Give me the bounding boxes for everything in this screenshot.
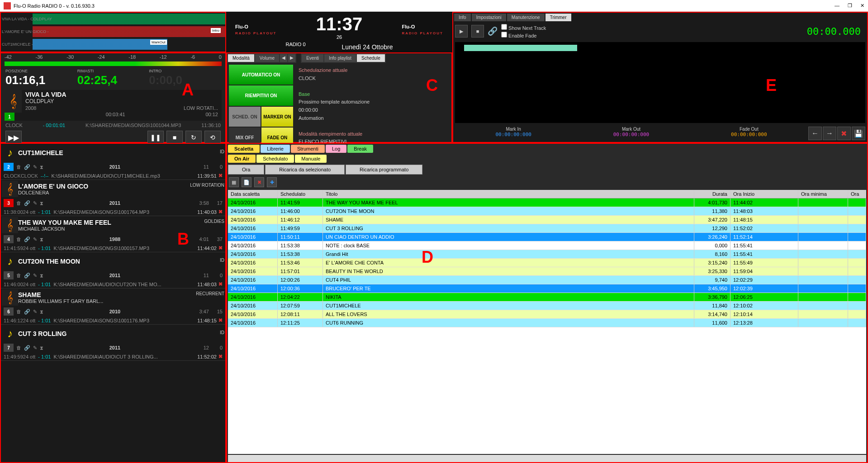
trimmer-stop-button[interactable]: ■ (471, 25, 484, 38)
hourglass-icon[interactable]: ⧗ (40, 164, 43, 170)
queue-item[interactable]: 𝄞 LOW ROTATIONL'AMORE E' UN GIOCODOLCENE… (1, 180, 225, 216)
edit-icon[interactable]: ✎ (33, 236, 37, 242)
tool-add-icon[interactable]: ✚ (267, 177, 277, 187)
remove-icon[interactable]: ✖ (218, 245, 223, 251)
queue-item[interactable]: ♪ IDCUT 3 ROLLING 7 🗑🔗✎⧗ 2011120 11:49:5… (1, 325, 225, 361)
edit-icon[interactable]: ✎ (33, 345, 37, 351)
tab-schedule[interactable]: Schedule (357, 54, 385, 62)
play-button[interactable]: ▶▶ (5, 131, 22, 144)
remove-icon[interactable]: ✖ (218, 281, 223, 287)
tool-delete-icon[interactable]: ✖ (254, 177, 264, 187)
queue-item[interactable]: 𝄞 GOLDIESTHE WAY YOU MAKE ME FEELMICHAEL… (1, 216, 225, 252)
tab-manutenzione[interactable]: Manutenzione (507, 14, 545, 21)
loop-button[interactable]: ⟲ (204, 131, 221, 144)
link-icon[interactable]: 🔗 (488, 26, 498, 36)
delete-icon[interactable]: 🗑 (16, 164, 21, 170)
table-row[interactable]: 24/10/201611:53:46E' L'AMORE CHE CONTA3:… (228, 259, 866, 267)
tool-icon-2[interactable]: 📄 (242, 177, 251, 187)
remove-icon[interactable]: ✖ (218, 354, 223, 359)
delete-icon[interactable]: 🗑 (16, 200, 21, 206)
trimmer-play-button[interactable]: ▶ (455, 25, 468, 38)
maximize-button[interactable]: ❐ (848, 3, 852, 9)
delete-icon[interactable]: 🗑 (16, 309, 21, 315)
horizontal-scrollbar[interactable] (228, 455, 866, 462)
riempitivi-button[interactable]: RIEMPITIVI ON (229, 85, 293, 105)
tab-volume[interactable]: Volume (255, 54, 279, 62)
show-next-checkbox[interactable]: Show Next Track (501, 24, 546, 31)
sched-button[interactable]: SCHED. ON (229, 107, 261, 127)
table-row[interactable]: 24/10/201612:00:36BRUCERO' PER TE3:45,95… (228, 284, 866, 293)
remove-icon[interactable]: ✖ (218, 317, 223, 323)
save-mark-button[interactable]: 💾 (852, 127, 865, 140)
link-icon[interactable]: 🔗 (24, 345, 30, 351)
link-icon[interactable]: 🔗 (24, 309, 30, 315)
action-button[interactable]: Ora (228, 165, 264, 175)
table-row[interactable]: 24/10/201611:57:01BEAUTY IN THE WORLD3:2… (228, 267, 866, 276)
action-button[interactable]: Ricarica programmato (346, 165, 422, 175)
queue-item[interactable]: 𝄞 RECURRENTSHAMEROBBIE WILLIAMS FT GARY … (1, 288, 225, 325)
tab-modalita[interactable]: Modalità (228, 54, 254, 62)
link-icon[interactable]: 🔗 (24, 236, 30, 242)
hourglass-icon[interactable]: ⧗ (40, 273, 43, 279)
table-row[interactable]: 24/10/201611:50:11UN CIAO DENTRO UN ADDI… (228, 233, 866, 241)
delete-icon[interactable]: 🗑 (16, 345, 21, 351)
edit-icon[interactable]: ✎ (33, 164, 37, 170)
tab-scaletta[interactable]: Scaletta (228, 145, 260, 153)
trimmer-waveform[interactable] (455, 42, 865, 123)
enable-fade-checkbox[interactable]: Enable Fade (501, 32, 546, 38)
edit-icon[interactable]: ✎ (33, 200, 37, 206)
hourglass-icon[interactable]: ⧗ (40, 309, 43, 315)
hourglass-icon[interactable]: ⧗ (40, 236, 43, 242)
subtab-schedulato[interactable]: Schedulato (256, 155, 294, 163)
pause-button[interactable]: ❚❚ (147, 131, 164, 144)
table-row[interactable]: 24/10/201612:11:25CUT6 RUNNING11,60012:1… (228, 319, 866, 327)
tab-prev[interactable]: ◀ (280, 54, 287, 62)
table-row[interactable]: 24/10/201612:07:59CUT1MICHELE11,84012:10… (228, 302, 866, 310)
table-row[interactable]: 24/10/201611:46:12SHAME3:47,22011:48:15 (228, 216, 866, 224)
prev-mark-button[interactable]: ← (808, 127, 822, 140)
delete-icon[interactable]: 🗑 (16, 273, 21, 279)
hourglass-icon[interactable]: ⧗ (40, 200, 43, 206)
remove-icon[interactable]: ✖ (218, 209, 223, 215)
table-row[interactable]: 24/10/201612:08:11ALL THE LOVERS3:14,740… (228, 310, 866, 319)
subtab-on-air[interactable]: On Air (228, 155, 256, 163)
delete-icon[interactable]: 🗑 (16, 236, 21, 242)
tab-eventi[interactable]: Eventi (302, 54, 323, 62)
tab-librerie[interactable]: Librerie (261, 145, 290, 153)
hourglass-icon[interactable]: ⧗ (40, 345, 43, 351)
next-mark-button[interactable]: → (823, 127, 836, 140)
remove-icon[interactable]: ✖ (218, 173, 223, 179)
close-button[interactable]: ✕ (860, 3, 864, 9)
minimize-button[interactable]: — (835, 3, 840, 9)
table-row[interactable]: 24/10/201611:46:00CUT2ON THE MOON11,3801… (228, 207, 866, 216)
reload-button[interactable]: ↻ (185, 131, 202, 144)
delete-mark-button[interactable]: ✖ (837, 127, 851, 140)
edit-icon[interactable]: ✎ (33, 309, 37, 315)
table-row[interactable]: 24/10/201611:53:38Grandi Hit8,16011:55:4… (228, 250, 866, 259)
link-icon[interactable]: 🔗 (24, 200, 30, 206)
tab-strumenti[interactable]: Strumenti (291, 145, 325, 153)
tab-log[interactable]: Log (326, 145, 346, 153)
marker-button[interactable]: MARKER ON (261, 107, 293, 127)
tab-break[interactable]: Break (347, 145, 373, 153)
queue-item[interactable]: ♪ IDCUT2ON THE MOON 5 🗑🔗✎⧗ 2011110 11:46… (1, 252, 225, 288)
action-button[interactable]: Ricarica da selezionato (265, 165, 345, 175)
tab-infoplaylist[interactable]: Info playlist (324, 54, 356, 62)
edit-icon[interactable]: ✎ (33, 273, 37, 279)
table-row[interactable]: 24/10/201612:00:26CUT4 PHIL9,74012:02:29 (228, 276, 866, 284)
tool-icon-1[interactable]: ▦ (229, 177, 239, 187)
stop-button[interactable]: ■ (166, 131, 183, 144)
queue-item[interactable]: ♪ IDCUT1MICHELE 2 🗑🔗✎⧗ 2011110 CLOCK CLO… (1, 144, 225, 180)
table-row[interactable]: 24/10/201611:49:59CUT 3 ROLLING12,29011:… (228, 224, 866, 233)
subtab-manuale[interactable]: Manuale (295, 155, 327, 163)
tab-next[interactable]: ▶ (288, 54, 295, 62)
tab-info[interactable]: Info (454, 14, 471, 21)
schedule-table[interactable]: Data scalettaSchedulatoTitoloDurataOra I… (228, 190, 866, 454)
link-icon[interactable]: 🔗 (24, 164, 30, 170)
automatico-button[interactable]: AUTOMATICO ON (229, 65, 293, 85)
table-row[interactable]: 24/10/201612:04:22NIKITA3:36,79012:06:25 (228, 293, 866, 302)
tab-impostazioni[interactable]: Impostazioni (472, 14, 506, 21)
link-icon[interactable]: 🔗 (24, 273, 30, 279)
table-row[interactable]: 24/10/201611:53:38NOTE : clock BASE0,000… (228, 241, 866, 250)
table-row[interactable]: 24/10/201611:41:59THE WAY YOU MAKE ME FE… (228, 198, 866, 207)
